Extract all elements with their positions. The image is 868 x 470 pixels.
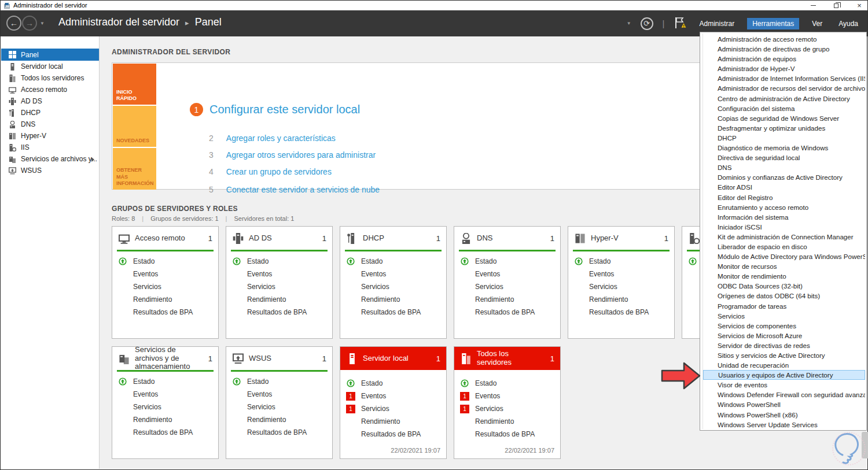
- tile-header[interactable]: Servicios de archivos y de almacenamient…: [112, 347, 218, 370]
- role-tile-dhcp[interactable]: DHCP 1 Estado Eventos Servicios Rendimie…: [340, 226, 447, 339]
- tools-menu-item[interactable]: Administrador de Internet Information Se…: [703, 73, 865, 83]
- tools-menu-item[interactable]: Desfragmentar y optimizar unidades: [703, 123, 865, 133]
- menu-ayuda[interactable]: Ayuda: [835, 18, 862, 29]
- service-count-badge[interactable]: 1: [460, 405, 469, 413]
- tile-row-eventos[interactable]: Eventos: [112, 268, 218, 280]
- tools-menu-item[interactable]: Monitor de recursos: [703, 261, 865, 271]
- tile-row-rendimiento[interactable]: Rendimiento: [226, 293, 332, 306]
- role-tile-ad-ds[interactable]: AD DS 1 Estado Eventos Servicios Rendimi…: [226, 226, 333, 339]
- tools-menu-item-usuarios-y-equipos-ad[interactable]: Usuarios y equipos de Active Directory: [703, 370, 865, 380]
- tile-row-estado[interactable]: Estado: [226, 375, 332, 388]
- tile-header[interactable]: DNS 1: [454, 227, 560, 250]
- role-tile-todos-los-servidores[interactable]: Todos los servidores 1 Estado 1Eventos 1…: [454, 346, 561, 459]
- event-count-badge[interactable]: 1: [346, 392, 355, 401]
- tile-row-estado[interactable]: Estado: [340, 255, 446, 268]
- tools-menu-item[interactable]: Windows Server Update Services: [703, 420, 865, 430]
- tile-header[interactable]: AD DS 1: [226, 227, 332, 250]
- tools-menu-item[interactable]: Administración de acceso remoto: [703, 34, 865, 44]
- tile-row-eventos[interactable]: Eventos: [112, 388, 218, 401]
- tools-menu-item[interactable]: Copias de seguridad de Windows Server: [703, 113, 865, 123]
- role-tile-acceso-remoto[interactable]: Acceso remoto 1 Estado Eventos Servicios…: [112, 226, 219, 339]
- step-configure-local-server[interactable]: 1 Configurar este servidor local: [190, 103, 360, 116]
- tile-row-eventos[interactable]: Eventos: [454, 268, 560, 280]
- learn-more-tab[interactable]: OBTENER MÁS INFORMACIÓN: [113, 148, 156, 190]
- tile-header[interactable]: Acceso remoto 1: [112, 227, 218, 250]
- tools-menu-item[interactable]: Kit de administración de Connection Mana…: [703, 232, 865, 242]
- tile-header[interactable]: Todos los servidores 1: [454, 347, 560, 370]
- notifications-dropdown-icon[interactable]: ▼: [627, 21, 631, 26]
- tile-row-servicios[interactable]: Servicios: [112, 280, 218, 293]
- tools-menu-item[interactable]: Diagnóstico de memoria de Windows: [703, 143, 865, 153]
- tile-row-estado[interactable]: Estado: [568, 255, 674, 268]
- tile-row-servicios[interactable]: Servicios: [226, 280, 332, 293]
- close-button[interactable]: ×: [855, 2, 864, 10]
- tile-row-bpa[interactable]: Resultados de BPA: [226, 306, 332, 319]
- breadcrumb-root[interactable]: Administrador del servidor: [58, 16, 179, 28]
- tile-row-servicios[interactable]: Servicios: [454, 280, 560, 293]
- tools-menu-item[interactable]: Servicios: [703, 311, 865, 321]
- menu-administrar[interactable]: Administrar: [696, 18, 738, 29]
- tools-menu-item[interactable]: Liberador de espacio en disco: [703, 242, 865, 251]
- tools-menu-item[interactable]: Administrador de Hyper-V: [703, 64, 865, 73]
- tools-menu-item[interactable]: Dominios y confianzas de Active Director…: [703, 172, 865, 182]
- refresh-icon[interactable]: ⟳: [641, 17, 653, 30]
- tile-row-bpa[interactable]: Resultados de BPA: [112, 306, 218, 319]
- sidebar-item-servicios-de-archivos[interactable]: Servicios de archivos y...: [1, 153, 99, 165]
- event-count-badge[interactable]: 1: [460, 392, 469, 401]
- tools-menu-item[interactable]: Información del sistema: [703, 212, 865, 222]
- tools-menu-item[interactable]: Enrutamiento y acceso remoto: [703, 202, 865, 212]
- tile-row-servicios[interactable]: 1Servicios: [454, 402, 560, 415]
- notification-flag-icon[interactable]: [674, 16, 686, 32]
- tile-row-rendimiento[interactable]: Rendimiento: [454, 293, 560, 306]
- tile-row-rendimiento[interactable]: Rendimiento: [340, 293, 446, 306]
- tile-row-bpa[interactable]: Resultados de BPA: [340, 428, 446, 441]
- step-connect-cloud[interactable]: 5 Conectar este servidor a servicios de …: [209, 185, 380, 194]
- tools-menu-item[interactable]: Monitor de rendimiento: [703, 271, 865, 281]
- tile-row-estado[interactable]: Estado: [454, 377, 560, 390]
- tools-menu-item[interactable]: Editor del Registro: [703, 193, 865, 202]
- quick-start-tab[interactable]: INICIO RÁPIDO: [113, 64, 156, 105]
- tools-menu-item[interactable]: Administración de directivas de grupo: [703, 44, 865, 54]
- sidebar-item-iis[interactable]: IIS: [1, 142, 99, 153]
- tools-menu-item[interactable]: Administrador de recursos del servidor d…: [703, 83, 865, 93]
- history-dropdown-icon[interactable]: ▼: [40, 21, 45, 26]
- sidebar-item-wsus[interactable]: WSUS: [1, 165, 99, 176]
- tools-menu-item[interactable]: Servicios de componentes: [703, 321, 865, 331]
- tools-menu-item[interactable]: Programador de tareas: [703, 301, 865, 311]
- tools-menu-item[interactable]: Orígenes de datos ODBC (64 bits): [703, 291, 865, 301]
- sidebar-item-panel[interactable]: Panel: [1, 49, 99, 61]
- tools-menu-item[interactable]: Iniciador iSCSI: [703, 222, 865, 232]
- sidebar-item-acceso-remoto[interactable]: Acceso remoto: [1, 84, 99, 95]
- menu-herramientas[interactable]: Herramientas: [747, 18, 799, 29]
- step-create-server-group[interactable]: 4 Crear un grupo de servidores: [209, 167, 332, 176]
- tile-row-rendimiento[interactable]: Rendimiento: [340, 415, 446, 428]
- tile-row-rendimiento[interactable]: Rendimiento: [226, 413, 332, 426]
- tile-row-estado[interactable]: Estado: [112, 375, 218, 388]
- tools-menu-item[interactable]: Configuración del sistema: [703, 103, 865, 113]
- step-add-servers[interactable]: 3 Agregar otros servidores para administ…: [209, 150, 376, 160]
- tools-menu-item[interactable]: Unidad de recuperación: [703, 360, 865, 370]
- menu-ver[interactable]: Ver: [808, 18, 826, 29]
- tile-row-bpa[interactable]: Resultados de BPA: [454, 306, 560, 319]
- tile-row-bpa[interactable]: Resultados de BPA: [226, 426, 332, 439]
- sidebar-item-servidor-local[interactable]: Servidor local: [1, 61, 99, 72]
- tile-row-estado[interactable]: Estado: [454, 255, 560, 268]
- tile-row-bpa[interactable]: Resultados de BPA: [568, 306, 674, 319]
- role-tile-wsus[interactable]: WSUS 1 Estado Eventos Servicios Rendimie…: [226, 346, 333, 459]
- tile-row-rendimiento[interactable]: Rendimiento: [112, 293, 218, 306]
- tools-menu-item[interactable]: DNS: [703, 162, 865, 172]
- tile-row-bpa[interactable]: Resultados de BPA: [454, 428, 560, 441]
- restore-button[interactable]: [832, 2, 841, 10]
- whats-new-tab[interactable]: NOVEDADES: [113, 106, 156, 147]
- tools-menu-item[interactable]: ODBC Data Sources (32-bit): [703, 281, 865, 291]
- sidebar-item-hyper-v[interactable]: Hyper-V: [1, 130, 99, 142]
- back-button[interactable]: ←: [6, 16, 21, 31]
- tile-row-servicios[interactable]: Servicios: [340, 280, 446, 293]
- service-count-badge[interactable]: 1: [346, 405, 355, 413]
- role-tile-hyper-v[interactable]: Hyper-V 1 Estado Eventos Servicios Rendi…: [568, 226, 675, 339]
- tile-row-eventos[interactable]: 1Eventos: [454, 390, 560, 402]
- tile-row-eventos[interactable]: Eventos: [226, 388, 332, 401]
- tile-row-eventos[interactable]: 1Eventos: [340, 390, 446, 402]
- tile-row-rendimiento[interactable]: Rendimiento: [454, 415, 560, 428]
- tile-header[interactable]: Hyper-V 1: [568, 227, 674, 250]
